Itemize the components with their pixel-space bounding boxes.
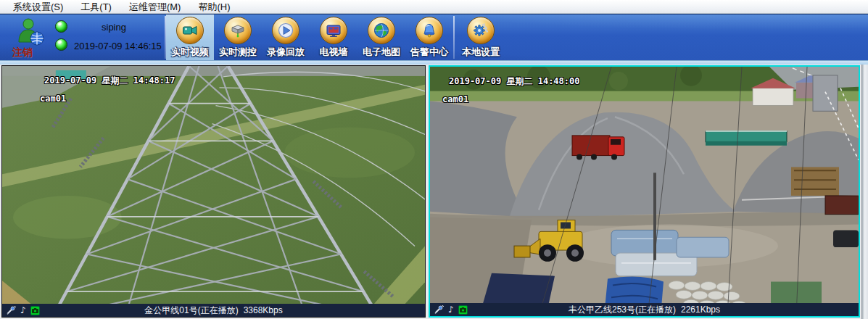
user-session-panel: 注销 siping 2019-07-09 14:46:15: [0, 14, 165, 60]
menu-tools[interactable]: 工具(T): [72, 0, 120, 14]
alarm-bell-icon: [416, 17, 443, 44]
tab-label: 本地设置: [462, 46, 500, 59]
tab-playback[interactable]: 录像回放: [262, 14, 310, 60]
username-label: siping: [102, 22, 126, 33]
record-camera-icon[interactable]: [458, 305, 468, 315]
video-grid: 2019-07-09 星期二 14:48:17 cam01 ♪ 金公甲线01号(…: [0, 65, 868, 319]
tab-label: 电子地图: [363, 46, 400, 59]
right-panel-edge-scrollbar[interactable]: [861, 65, 868, 319]
login-datetime-label: 2019-07-09 14:46:15: [74, 41, 162, 51]
menu-system-settings[interactable]: 系统设置(S): [4, 0, 72, 14]
tv-wall-icon: [320, 17, 347, 44]
video-camera-icon: [176, 17, 204, 44]
globe-map-icon: [368, 17, 395, 44]
status-led-1: [55, 20, 67, 33]
tab-label: 电视墙: [320, 46, 348, 59]
settings-gear-icon: [467, 17, 495, 44]
timestamp-overlay: 2019-07-09 星期二 14:48:00: [449, 75, 580, 88]
menu-help[interactable]: 帮助(H): [189, 0, 239, 14]
video-status-bar: ♪ 丰公甲乙线253号(正在播放)2261Kbps: [430, 303, 859, 316]
right-video-scene: [430, 67, 859, 316]
telemetry-device-icon: [224, 17, 252, 44]
record-camera-icon[interactable]: [30, 306, 40, 315]
video-status-bar: ♪ 金公甲线01号(正在播放)3368Kbps: [2, 304, 425, 317]
menu-ops-management[interactable]: 运维管理(M): [120, 0, 190, 14]
tab-realtime-telemetry[interactable]: 实时测控: [214, 14, 262, 60]
tab-label: 实时测控: [219, 46, 257, 59]
playback-icon: [272, 17, 299, 44]
tab-live-video[interactable]: 实时视频: [166, 14, 214, 60]
main-tabs: 实时视频 实时测控 录像回放: [166, 14, 453, 60]
tab-label: 实时视频: [171, 46, 209, 59]
logout-button[interactable]: 注销: [12, 46, 33, 59]
video-title-status: 金公甲线01号(正在播放)3368Kbps: [2, 304, 425, 317]
video-cell-right[interactable]: 2019-07-09 星期二 14:48:00 cam01 ♪ 丰公甲乙线253…: [429, 65, 860, 318]
tab-alarm-center[interactable]: 告警中心: [405, 14, 453, 60]
tab-tv-wall[interactable]: 电视墙: [310, 14, 357, 60]
video-title-status: 丰公甲乙线253号(正在播放)2261Kbps: [430, 304, 859, 316]
toolbar: 注销 siping 2019-07-09 14:46:15 实时视频: [0, 14, 868, 60]
camera-name-overlay: cam01: [442, 94, 468, 104]
microphone-icon[interactable]: [434, 304, 444, 315]
audio-note-icon[interactable]: ♪: [20, 306, 26, 315]
settings-tab-group: 本地设置: [455, 14, 507, 60]
tab-label: 录像回放: [267, 46, 305, 59]
status-led-2: [55, 38, 67, 51]
microphone-icon[interactable]: [6, 305, 16, 315]
tab-e-map[interactable]: 电子地图: [357, 14, 405, 60]
menu-bar: 系统设置(S) 工具(T) 运维管理(M) 帮助(H): [0, 0, 868, 14]
tab-label: 告警中心: [410, 46, 448, 59]
camera-name-overlay: cam01: [40, 94, 66, 104]
logout-user-icon[interactable]: [16, 17, 45, 46]
timestamp-overlay: 2019-07-09 星期二 14:48:17: [44, 75, 175, 87]
video-cell-left[interactable]: 2019-07-09 星期二 14:48:17 cam01 ♪ 金公甲线01号(…: [1, 65, 426, 318]
audio-note-icon[interactable]: ♪: [448, 305, 454, 315]
tab-local-settings[interactable]: 本地设置: [455, 14, 507, 60]
